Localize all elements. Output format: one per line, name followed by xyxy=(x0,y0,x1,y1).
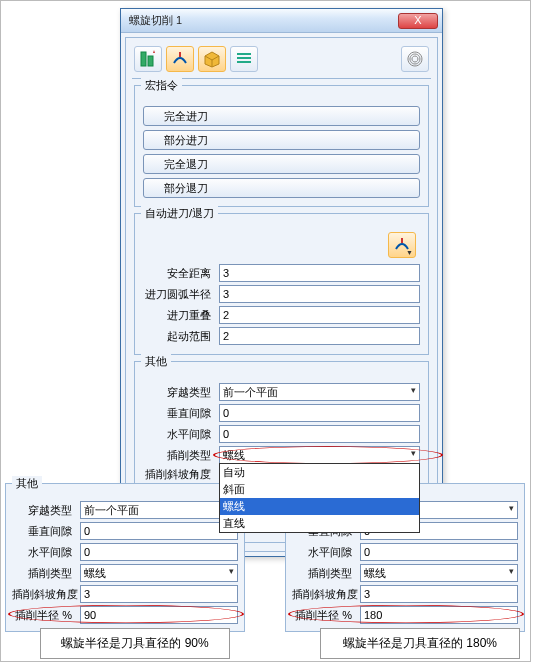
pb-plunge[interactable]: 螺线 xyxy=(360,564,518,582)
svg-rect-0 xyxy=(141,52,146,66)
pa-plunge[interactable]: 螺线 xyxy=(80,564,238,582)
svg-rect-5 xyxy=(237,61,251,63)
h-gap-input[interactable] xyxy=(219,425,420,443)
svg-rect-1 xyxy=(148,56,153,66)
cross-type-select[interactable]: 前一个平面 xyxy=(219,383,420,401)
plunge-option-auto[interactable]: 自动 xyxy=(220,464,419,481)
svg-rect-2 xyxy=(179,52,181,57)
auto-legend: 自动进刀/退刀 xyxy=(141,206,218,221)
macro-full-in-button[interactable]: 完全进刀 xyxy=(143,106,420,126)
safe-distance-label: 安全距离 xyxy=(143,266,215,281)
macros-fieldset: 宏指令 完全进刀 部分进刀 完全退刀 部分退刀 xyxy=(134,85,429,207)
start-range-label: 起动范围 xyxy=(143,329,215,344)
svg-rect-3 xyxy=(237,53,251,55)
cross-type-label: 穿越类型 xyxy=(143,385,215,400)
svg-rect-6 xyxy=(401,238,403,243)
pa-hgap[interactable] xyxy=(80,543,238,561)
plunge-type-dropdown: 自动 斜面 螺线 直线 xyxy=(219,463,420,533)
plunge-type-label: 插削类型 xyxy=(143,448,215,463)
tool-icon-4[interactable] xyxy=(230,46,258,72)
plunge-type-select[interactable]: 螺线 xyxy=(219,446,420,464)
arc-radius-input[interactable] xyxy=(219,285,420,303)
v-gap-label: 垂直间隙 xyxy=(143,406,215,421)
pa-cross-type[interactable]: 前一个平面 xyxy=(80,501,238,519)
overlap-label: 进刀重叠 xyxy=(143,308,215,323)
v-gap-input[interactable] xyxy=(219,404,420,422)
arc-radius-label: 进刀圆弧半径 xyxy=(143,287,215,302)
dialog: 螺旋切削 1 X 宏指令 完全进刀 部分进刀 完全退刀 xyxy=(120,8,443,557)
macro-partial-in-button[interactable]: 部分进刀 xyxy=(143,130,420,150)
tool-icon-2[interactable] xyxy=(166,46,194,72)
plunge-option-helix[interactable]: 螺线 xyxy=(220,498,419,515)
titlebar: 螺旋切削 1 X xyxy=(121,9,442,33)
pa-ramp[interactable] xyxy=(80,585,238,603)
start-range-input[interactable] xyxy=(219,327,420,345)
tool-icon-1[interactable] xyxy=(134,46,162,72)
other-legend: 其他 xyxy=(141,354,171,369)
macros-legend: 宏指令 xyxy=(141,78,182,93)
caption-left: 螺旋半径是刀具直径的 90% xyxy=(40,628,230,659)
pa-vgap[interactable] xyxy=(80,522,238,540)
toolbar xyxy=(132,44,431,79)
panel-a-legend: 其他 xyxy=(12,476,42,491)
auto-icon-button[interactable]: ▼ xyxy=(388,232,416,258)
tool-icon-spiral[interactable] xyxy=(401,46,429,72)
tool-icon-3[interactable] xyxy=(198,46,226,72)
dialog-title: 螺旋切削 1 xyxy=(129,13,398,28)
svg-rect-4 xyxy=(237,57,251,59)
dropdown-arrow-icon: ▼ xyxy=(406,249,413,256)
h-gap-label: 水平间隙 xyxy=(143,427,215,442)
close-button[interactable]: X xyxy=(398,13,438,29)
caption-right: 螺旋半径是刀具直径的 180% xyxy=(320,628,520,659)
auto-fieldset: 自动进刀/退刀 ▼ 安全距离 进刀圆弧半径 进刀重叠 起动范围 xyxy=(134,213,429,355)
pb-radius-pct[interactable] xyxy=(360,606,518,624)
macro-full-out-button[interactable]: 完全退刀 xyxy=(143,154,420,174)
panel-a: 其他 穿越类型 前一个平面 垂直间隙 水平间隙 插削类型 螺线 插削斜坡角度 插… xyxy=(5,483,245,632)
macro-partial-out-button[interactable]: 部分退刀 xyxy=(143,178,420,198)
pb-hgap[interactable] xyxy=(360,543,518,561)
pb-ramp[interactable] xyxy=(360,585,518,603)
plunge-option-ramp[interactable]: 斜面 xyxy=(220,481,419,498)
pa-radius-pct[interactable] xyxy=(80,606,238,624)
plunge-option-line[interactable]: 直线 xyxy=(220,515,419,532)
ramp-angle-label: 插削斜坡角度 xyxy=(143,467,215,482)
safe-distance-input[interactable] xyxy=(219,264,420,282)
overlap-input[interactable] xyxy=(219,306,420,324)
